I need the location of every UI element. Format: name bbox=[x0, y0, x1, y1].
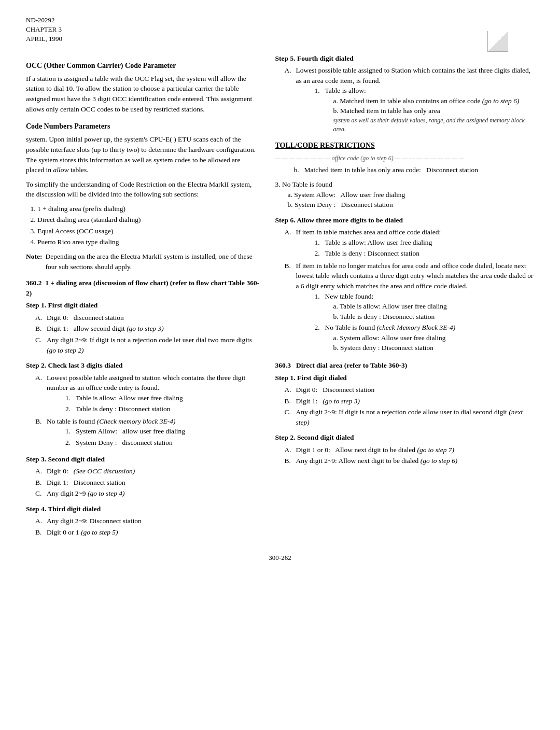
step5-3-block: 3. No Table is found a. System Allow: Al… bbox=[275, 179, 535, 210]
list-item: Equal Access (OCC usage) bbox=[37, 226, 260, 236]
list-item: Direct dialing area (standard dialing) bbox=[37, 215, 260, 225]
toll-partial-line: — — — — — — — — office code (go to step … bbox=[275, 154, 535, 163]
step2r-A: A. Digit 1 or 0: Allow next digit to be … bbox=[285, 445, 535, 455]
step1-C: C. Any digit 2~9: If digit is not a reje… bbox=[35, 335, 260, 355]
step5-A: A. Lowest possible table assigned to Sta… bbox=[285, 65, 535, 135]
step5-3b: b. System Deny : Disconnect station bbox=[288, 200, 535, 210]
step2-A: A. Lowest possible table assigned to sta… bbox=[35, 373, 260, 415]
step6-title: Step 6. Allow three more digits to be di… bbox=[275, 215, 535, 226]
step5-A-1-subitems: a. Matched item in table also contains a… bbox=[333, 96, 535, 134]
step2-B: B. No table is found (Check memory block… bbox=[35, 416, 260, 449]
step1r-A: A. Digit 0: Disconnect station bbox=[285, 385, 535, 395]
step1-left: Step 1. First digit dialed A. Digit 0: d… bbox=[26, 300, 260, 355]
sub-sections-list: 1 + dialing area (prefix dialing) Direct… bbox=[37, 204, 260, 247]
step1r-C: C. Any digit 2~9: If digit is not a reje… bbox=[285, 407, 535, 427]
code-body3: To simplify the understanding of Code Re… bbox=[26, 179, 260, 200]
step6-B-2a: a. System allow: Allow user free dialing bbox=[333, 333, 456, 343]
step5-A-1b: b. Matched item in table has only area bbox=[333, 106, 535, 116]
step3-B: B. Digit 1: Disconnect station bbox=[35, 478, 260, 488]
step3-C: C. Any digit 2~9 (go to step 4) bbox=[35, 488, 260, 499]
step6-B-2b: b. System deny : Disconnect station bbox=[333, 343, 456, 353]
toll-b: b. Matched item in table has only area c… bbox=[294, 165, 535, 175]
step1-right-lower: Step 1. First digit dialed A. Digit 0: D… bbox=[275, 373, 535, 428]
step2-B-subitems: 1. System Allow: allow user free dialing… bbox=[65, 426, 260, 447]
step5-title: Step 5. Fourth digit dialed bbox=[275, 53, 535, 64]
step2-right-lower: Step 2. Second digit dialed A. Digit 1 o… bbox=[275, 432, 535, 466]
toll-code-section: TOLL/CODE RESTRICTIONS — — — — — — — — o… bbox=[275, 141, 535, 210]
step3-A: A. Digit 0: (See OCC discussion) bbox=[35, 466, 260, 476]
section-3603-heading: 360.3 Direct dial area (refer to Table 3… bbox=[275, 360, 535, 371]
step1-right-title: Step 1. First digit dialed bbox=[275, 373, 535, 383]
step2-B-1: 1. System Allow: allow user free dialing bbox=[65, 426, 260, 437]
step6-B-1b: b. Table is deny : Disconnect station bbox=[333, 312, 447, 322]
step5-area-overflow: system as well as their default values, … bbox=[333, 116, 535, 134]
step1-title: Step 1. First digit dialed bbox=[26, 300, 260, 311]
step5-A-subitems: 1. Table is allow: a. Matched item in ta… bbox=[315, 86, 535, 134]
step5-A-1a: a. Matched item in table also contains a… bbox=[333, 96, 535, 106]
step6-A: A. If item in table matches area and off… bbox=[285, 227, 535, 260]
step2-B-2: 2. System Deny : disconnect station bbox=[65, 438, 260, 448]
code-body2-end: tables. bbox=[71, 166, 89, 174]
step3-title: Step 3. Second digit dialed bbox=[26, 454, 260, 465]
step4-A: A. Any digit 2~9: Disconnect station bbox=[35, 516, 260, 526]
step6-B-1-sub: a. Table is allow: Allow user free diali… bbox=[333, 301, 447, 321]
step4-left: Step 4. Third digit dialed A. Any digit … bbox=[26, 504, 260, 538]
step6-B-2: 2. No Table is found (check Memory Block… bbox=[315, 322, 535, 353]
right-column: Step 5. Fourth digit dialed A. Lowest po… bbox=[275, 53, 535, 543]
list-item: Puerto Rico area type dialing bbox=[37, 237, 260, 247]
step4-B: B. Digit 0 or 1 (go to step 5) bbox=[35, 527, 260, 538]
step5-3-subitems: a. System Allow: Allow user free dialing… bbox=[288, 190, 535, 210]
step5-3-title: 3. No Table is found bbox=[275, 179, 535, 190]
code-numbers-title: Code Numbers Parameters bbox=[26, 121, 260, 132]
step5-A-1: 1. Table is allow: a. Matched item in ta… bbox=[315, 86, 535, 134]
allow-word: allow bbox=[53, 166, 68, 174]
step2-A-2: 2. Table is deny : Disconnect station bbox=[65, 404, 260, 414]
code-numbers-body: system. Upon initial power up, the syste… bbox=[26, 134, 260, 175]
step4-title: Step 4. Third digit dialed bbox=[26, 504, 260, 514]
step6-A-1: 1. Table is allow: Allow user free diali… bbox=[315, 237, 535, 248]
step6-B: B. If item in table no longer matches fo… bbox=[285, 261, 535, 354]
list-item: 1 + dialing area (prefix dialing) bbox=[37, 204, 260, 214]
header-line2: CHAPTER 3 bbox=[26, 25, 534, 34]
step2-left: Step 2. Check last 3 digits dialed A. Lo… bbox=[26, 360, 260, 449]
note-block: Note: Depending on the area the Electra … bbox=[26, 251, 260, 272]
document-header: ND-20292 CHAPTER 3 APRIL, 1990 bbox=[26, 16, 534, 44]
note-text: Depending on the area the Electra MarkII… bbox=[45, 251, 259, 272]
step5-right: Step 5. Fourth digit dialed A. Lowest po… bbox=[275, 53, 535, 135]
step1r-B: B. Digit 1: (go to step 3) bbox=[285, 396, 535, 406]
occ-section-title: OCC (Other Common Carrier) Code Paramete… bbox=[26, 61, 260, 71]
step6-A-subitems: 1. Table is allow: Allow user free diali… bbox=[315, 237, 535, 259]
step5-3a: a. System Allow: Allow user free dialing bbox=[288, 190, 535, 200]
step2-right-title: Step 2. Second digit dialed bbox=[275, 432, 535, 443]
step6-B-1: 1. New table found: a. Table is allow: A… bbox=[315, 291, 535, 322]
step1-B: B. Digit 1: allow second digit (go to st… bbox=[35, 324, 260, 334]
left-column: OCC (Other Common Carrier) Code Paramete… bbox=[26, 53, 260, 543]
page-number: 300-262 bbox=[26, 553, 534, 563]
header-line3: APRIL, 1990 bbox=[26, 34, 534, 44]
occ-body1: If a station is assigned a table with th… bbox=[26, 74, 260, 114]
step6-B-1a: a. Table is allow: Allow user free diali… bbox=[333, 301, 447, 312]
step2r-B: B. Any digit 2~9: Allow next digit to be… bbox=[285, 456, 535, 466]
step6-B-2-sub: a. System allow: Allow user free dialing… bbox=[333, 333, 456, 353]
header-line1: ND-20292 bbox=[26, 16, 534, 25]
note-label: Note: bbox=[26, 251, 42, 272]
step3-left: Step 3. Second digit dialed A. Digit 0: … bbox=[26, 454, 260, 499]
step6-A-2: 2. Table is deny : Disconnect station bbox=[315, 248, 535, 259]
step2-A-1: 1. Table is allow: Allow user free diali… bbox=[65, 393, 260, 403]
step6-right: Step 6. Allow three more digits to be di… bbox=[275, 215, 535, 354]
step2-title: Step 2. Check last 3 digits dialed bbox=[26, 360, 260, 371]
section-360-heading: 360.2 1 + dialing area (discussion of fl… bbox=[26, 278, 260, 298]
step2-A-subitems: 1. Table is allow: Allow user free diali… bbox=[65, 393, 260, 414]
step6-B-subitems: 1. New table found: a. Table is allow: A… bbox=[315, 291, 535, 353]
toll-code-title: TOLL/CODE RESTRICTIONS bbox=[275, 141, 535, 151]
step1-A: A. Digit 0: disconnect station bbox=[35, 313, 260, 323]
